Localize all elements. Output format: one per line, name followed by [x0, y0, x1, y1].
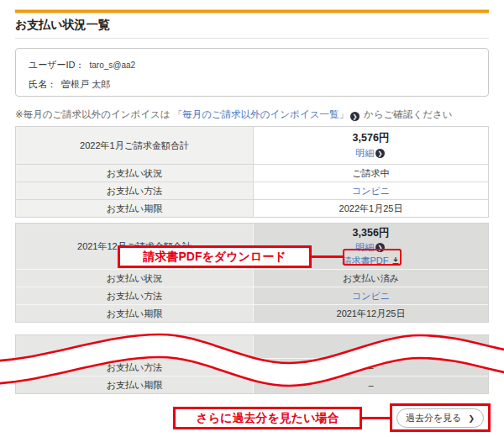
row-value: – [254, 359, 488, 376]
table-row: お支払い方法 コンビニ [16, 287, 488, 304]
december-payment-table: 2021年12月ご請求金額合計 3,356円 明細 ❯ 請求書PDF お支払い状… [15, 223, 489, 323]
january-summary-value: 3,576円 明細 ❯ [254, 127, 488, 164]
view-past-button[interactable]: 過去分を見る ❯ [396, 408, 484, 428]
view-past-callout: さらに過去分を見たい場合 [173, 407, 362, 429]
december-amount: 3,356円 [353, 226, 390, 240]
january-payment-table: 2022年1月ご請求金額合計 3,576円 明細 ❯ お支払い状況 ご請求中 お… [15, 126, 489, 218]
table-row: お支払い期限 – [16, 376, 488, 393]
user-name-label: 氏名： [29, 79, 56, 89]
row-value: 2022年1月25日 [254, 200, 488, 217]
payment-method-link[interactable]: コンビニ [352, 290, 390, 303]
row-value: お支払い済み [254, 270, 488, 287]
january-summary-label: 2022年1月ご請求金額合計 [16, 127, 254, 164]
pdf-callout-connector [312, 255, 344, 258]
button-chevron-icon: ❯ [468, 414, 475, 423]
invoice-list-chevron-icon: ❯ [350, 112, 360, 121]
row-label: お支払い方法 [16, 359, 254, 376]
january-amount: 3,576円 [353, 131, 390, 145]
page-title: お支払い状況一覧 [15, 18, 110, 33]
table-row: お支払い状況 ご請求中 [16, 164, 488, 182]
january-detail-link[interactable]: 明細 ❯ [355, 147, 386, 160]
row-label: お支払い状況 [16, 165, 254, 182]
user-name-value: 曽根戸 太郎 [61, 79, 110, 89]
accent-bar [15, 9, 489, 13]
table-row: お支払い方法 コンビニ [16, 182, 488, 199]
table-row: お支払い方法 – [16, 358, 488, 376]
row-value: ご請求中 [254, 165, 488, 182]
row-value: – [254, 376, 488, 393]
row-label: お支払い方法 [16, 287, 254, 304]
user-info-box: ユーザーID：taro_s@aa2 氏名：曽根戸 太郎 [15, 48, 489, 97]
row-label: お支払い期限 [16, 305, 254, 322]
notice-prefix: ※毎月のご請求以外のインボイスは [15, 109, 173, 119]
user-id-value: taro_s@aa2 [90, 61, 136, 70]
detail-chevron-icon: ❯ [375, 149, 385, 158]
row-label: お支払い期限 [16, 200, 254, 217]
pdf-download-callout: 請求書PDFをダウンロード [118, 245, 312, 268]
truncated-payment-table: お支払い方法 – お支払い期限 – [15, 334, 489, 394]
table-row: お支払い状況 お支払い済み [16, 269, 488, 287]
table-row: お支払い期限 2022年1月25日 [16, 199, 488, 217]
invoice-list-link[interactable]: 「毎月のご請求以外のインボイス一覧」 [173, 109, 349, 119]
row-label: お支払い状況 [16, 270, 254, 287]
table-row: お支払い期限 2021年12月25日 [16, 304, 488, 322]
user-id-label: ユーザーID： [29, 60, 85, 70]
table-row [16, 335, 488, 358]
title-divider [15, 38, 489, 39]
user-id-line: ユーザーID：taro_s@aa2 [29, 59, 135, 71]
row-label: お支払い方法 [16, 182, 254, 199]
row-label: お支払い期限 [16, 376, 254, 393]
payment-method-link[interactable]: コンビニ [352, 185, 390, 197]
table-row: 2022年1月ご請求金額合計 3,576円 明細 ❯ [16, 127, 488, 164]
row-value: 2021年12月25日 [254, 305, 488, 322]
user-name-line: 氏名：曽根戸 太郎 [29, 78, 110, 91]
pdf-link-highlight-rect [343, 249, 402, 266]
notice-suffix: からご確認ください [361, 109, 453, 119]
invoice-notice: ※毎月のご請求以外のインボイスは 「毎月のご請求以外のインボイス一覧」❯ からご… [15, 108, 453, 121]
payment-status-page: お支払い状況一覧 ユーザーID：taro_s@aa2 氏名：曽根戸 太郎 ※毎月… [0, 0, 504, 437]
past-callout-connector [362, 417, 390, 419]
